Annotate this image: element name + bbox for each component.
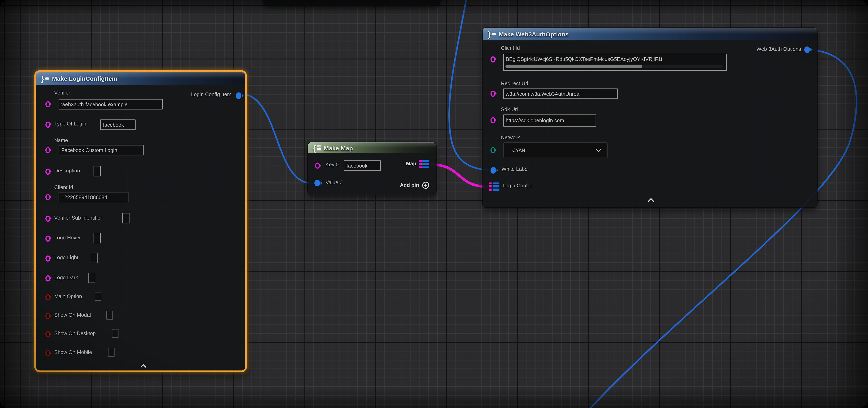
node-header-make-loginconfigitem[interactable]: } Make LoginConfigItem <box>36 72 245 84</box>
pin-label-login-config-item: Login Config Item <box>191 92 231 97</box>
node-header-make-web3authoptions[interactable]: } Make Web3AuthOptions <box>483 28 817 40</box>
pin-label-show-on-mobile: Show On Mobile <box>54 349 92 355</box>
node-title: Make Map <box>324 144 353 151</box>
pin-logo-light[interactable] <box>45 255 51 261</box>
chevron-down-icon <box>595 148 601 152</box>
input-client-id[interactable]: 1222658941886084 <box>59 192 128 202</box>
blueprint-graph-canvas[interactable]: } Make LoginConfigItem Verifier web3auth… <box>0 0 868 408</box>
pin-label-redirect-url: Redirect Url <box>501 81 528 86</box>
pin-label-client-id: Client Id <box>54 185 73 190</box>
pin-label-login-config: Login Config <box>503 183 532 189</box>
checkbox-main-option[interactable] <box>95 292 101 301</box>
pin-client-id[interactable] <box>45 194 51 200</box>
pin-name[interactable] <box>45 147 51 153</box>
pin-sdk-url[interactable] <box>491 117 496 123</box>
pin-main-option[interactable] <box>45 294 51 300</box>
pin-value0[interactable] <box>314 180 320 186</box>
pin-show-on-mobile[interactable] <box>45 350 51 356</box>
pin-label-web3auth-options-out: Web 3Auth Options <box>756 46 801 52</box>
pin-out-web3auth-options[interactable] <box>804 46 810 53</box>
make-map-icon: { <box>313 145 321 150</box>
input-type-of-login[interactable]: facebook <box>100 119 136 130</box>
pin-logo-dark[interactable] <box>45 275 51 281</box>
checkbox-show-on-modal[interactable] <box>106 311 113 319</box>
wire-map-to-loginconfig[interactable] <box>431 165 487 186</box>
pin-label-name: Name <box>54 138 68 143</box>
pin-redirect-url[interactable] <box>491 91 496 97</box>
pin-label-key0: Key 0 <box>326 162 339 168</box>
pin-label-main-option: Main Option <box>54 294 82 299</box>
pin-label-show-on-desktop: Show On Desktop <box>54 331 96 336</box>
pin-login-config-icon[interactable] <box>489 182 499 191</box>
input-verifier-sub-identifier[interactable] <box>122 213 130 224</box>
pin-out-login-config-item[interactable] <box>236 92 241 99</box>
pin-key0[interactable] <box>315 163 320 169</box>
node-header-make-map[interactable]: { Make Map <box>308 142 436 153</box>
collapse-chevron-icon[interactable] <box>647 198 655 202</box>
pin-out-map-icon[interactable] <box>419 160 429 168</box>
graph-viewport[interactable]: } Make LoginConfigItem Verifier web3auth… <box>0 0 868 408</box>
input-description[interactable] <box>94 166 101 176</box>
input-key0[interactable]: facebook <box>344 160 381 171</box>
pin-label-value0: Value 0 <box>326 180 342 185</box>
wire-loginconfigitem-to-value0[interactable] <box>240 94 312 183</box>
pin-label-verifier-sub-identifier: Verifier Sub Identifier <box>54 215 102 220</box>
pin-logo-hover[interactable] <box>45 235 51 241</box>
node-make-map: { Make Map Key 0 facebook Map Value 0 Ad… <box>308 142 436 195</box>
pin-label-logo-light: Logo Light <box>54 255 79 260</box>
client-id-scrollbar[interactable] <box>505 64 723 68</box>
pin-label-logo-hover: Logo Hover <box>54 235 81 240</box>
collapse-chevron-icon[interactable] <box>140 364 147 368</box>
wire-top-to-whitelabel[interactable] <box>449 0 488 170</box>
pin-label-type-of-login: Type Of Login <box>54 121 86 127</box>
pin-label-white-label: White Label <box>501 166 529 172</box>
pin-label-client-id: Client Id <box>501 45 520 51</box>
add-pin-label: Add pin <box>400 182 419 188</box>
pin-network[interactable] <box>491 147 496 153</box>
pin-client-id[interactable] <box>491 56 496 62</box>
input-verifier[interactable]: web3auth-facebook-example <box>59 99 163 109</box>
input-redirect-url[interactable]: w3a://com.w3a.Web3AuthUnreal <box>503 88 618 99</box>
pin-label-verifier: Verifier <box>54 90 70 96</box>
add-pin-button[interactable]: Add pin <box>400 181 430 189</box>
pin-show-on-modal[interactable] <box>45 313 51 319</box>
node-title: Make LoginConfigItem <box>52 75 117 82</box>
input-logo-light[interactable] <box>91 253 98 263</box>
network-dropdown[interactable]: CYAN <box>503 142 608 158</box>
network-dropdown-value: CYAN <box>513 147 525 153</box>
make-struct-icon: } <box>41 76 49 81</box>
input-logo-hover[interactable] <box>94 233 101 243</box>
pin-show-on-desktop[interactable] <box>45 331 51 337</box>
node-make-web3authoptions: } Make Web3AuthOptions Web 3Auth Options… <box>483 28 817 207</box>
client-id-text: BEglQSgt4cUWcj6SKRdu5QkOXTsePmMcusG5EAoy… <box>506 56 662 62</box>
pin-description[interactable] <box>45 168 51 174</box>
input-name[interactable]: Facebook Custom Login <box>59 145 144 156</box>
offscreen-node-top[interactable] <box>264 0 440 5</box>
input-logo-dark[interactable] <box>88 273 95 283</box>
pin-verifier[interactable] <box>45 101 51 107</box>
input-client-id[interactable]: BEglQSgt4cUWcj6SKRdu5QkOXTsePmMcusG5EAoy… <box>503 54 726 71</box>
node-make-loginconfigitem: } Make LoginConfigItem Verifier web3auth… <box>34 70 247 372</box>
make-struct-icon: } <box>488 32 496 37</box>
pin-label-show-on-modal: Show On Modal <box>54 312 91 318</box>
pin-label-description: Description <box>54 168 80 174</box>
pin-type-of-login[interactable] <box>45 122 51 128</box>
pin-label-network: Network <box>501 135 520 140</box>
input-sdk-url[interactable]: https://sdk.openlogin.com <box>503 114 596 126</box>
pin-label-logo-dark: Logo Dark <box>54 275 78 280</box>
add-pin-plus-icon <box>422 181 430 189</box>
pin-white-label[interactable] <box>491 167 496 173</box>
pin-verifier-sub-identifier[interactable] <box>45 215 51 222</box>
checkbox-show-on-mobile[interactable] <box>108 348 115 356</box>
checkbox-show-on-desktop[interactable] <box>112 329 119 338</box>
pin-label-sdk-url: Sdk Url <box>501 107 518 112</box>
node-title: Make Web3AuthOptions <box>499 31 568 38</box>
pin-label-map-out: Map <box>406 161 416 166</box>
